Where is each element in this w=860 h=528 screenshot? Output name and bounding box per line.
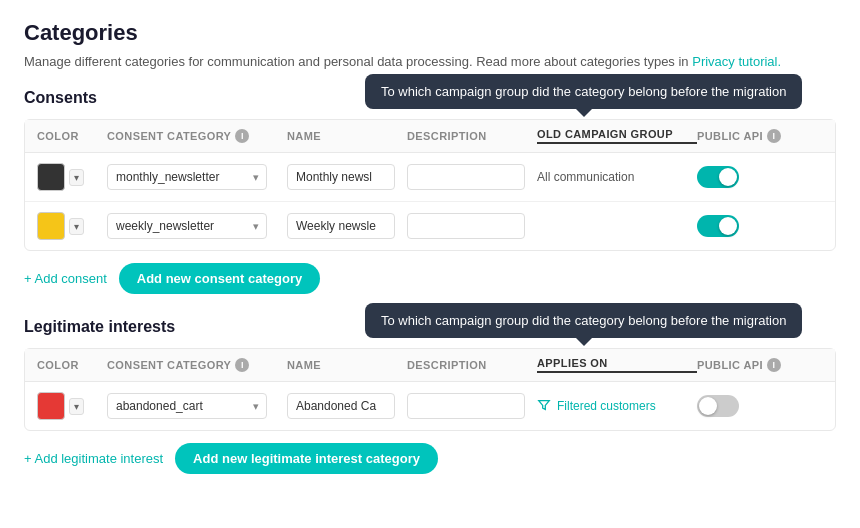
th-old-campaign-group: OLD CAMPAIGN GROUP (537, 128, 697, 144)
li-public-api-toggle-1[interactable] (697, 395, 787, 417)
add-consent-link[interactable]: + Add consent (24, 271, 107, 286)
color-cell-2: ▾ (37, 212, 107, 240)
th-public-api-li: PUBLIC API i (697, 357, 787, 373)
privacy-tutorial-link[interactable]: Privacy tutorial. (692, 54, 781, 69)
page-description: Manage different categories for communic… (24, 54, 836, 69)
consents-row-2: ▾ weekly_newsletter (25, 202, 835, 250)
li-category-select-1-wrapper: abandoned_cart (107, 393, 267, 419)
li-color-swatch-1[interactable] (37, 392, 65, 420)
th-applies-on: APPLIES ON (537, 357, 697, 373)
consents-row-1: ▾ monthly_newsletter All communication (25, 153, 835, 202)
name-input-2[interactable] (287, 213, 395, 239)
li-category-select-1[interactable]: abandoned_cart (107, 393, 267, 419)
li-footer-actions: + Add legitimate interest Add new legiti… (24, 443, 836, 474)
category-select-wrapper-2: weekly_newsletter (107, 213, 287, 239)
category-select-2-wrapper: weekly_newsletter (107, 213, 267, 239)
applies-on-cell-1: Filtered customers (537, 398, 697, 415)
consent-category-info-icon-li[interactable]: i (235, 358, 249, 372)
legitimate-interests-tooltip: To which campaign group did the category… (365, 303, 802, 338)
toggle-1[interactable] (697, 166, 739, 188)
color-dropdown-btn-1[interactable]: ▾ (69, 169, 84, 186)
desc-input-wrapper-2 (407, 213, 537, 239)
consents-tooltip: To which campaign group did the category… (365, 74, 802, 109)
add-consent-button[interactable]: Add new consent category (119, 263, 320, 294)
li-category-select-wrapper-1: abandoned_cart (107, 393, 287, 419)
li-name-input-1[interactable] (287, 393, 395, 419)
color-dropdown-btn-2[interactable]: ▾ (69, 218, 84, 235)
page-title: Categories (24, 20, 836, 46)
consents-table-header: COLOR CONSENT CATEGORY i NAME DESCRIPTIO… (25, 120, 835, 153)
add-li-link[interactable]: + Add legitimate interest (24, 451, 163, 466)
name-input-wrapper-2 (287, 213, 407, 239)
name-input-1[interactable] (287, 164, 395, 190)
th-consent-category-li: CONSENT CATEGORY i (107, 357, 287, 373)
th-color-consents: COLOR (37, 128, 107, 144)
desc-input-2[interactable] (407, 213, 525, 239)
name-input-wrapper-1 (287, 164, 407, 190)
desc-input-1[interactable] (407, 164, 525, 190)
li-color-dropdown-btn-1[interactable]: ▾ (69, 398, 84, 415)
legitimate-interests-table-header: COLOR CONSENT CATEGORY i NAME DESCRIPTIO… (25, 349, 835, 382)
li-toggle-1[interactable] (697, 395, 739, 417)
legitimate-interests-section: Legitimate interests To which campaign g… (24, 318, 836, 474)
li-desc-input-1[interactable] (407, 393, 525, 419)
th-description-li: DESCRIPTION (407, 357, 537, 373)
li-name-input-wrapper-1 (287, 393, 407, 419)
category-select-wrapper-1: monthly_newsletter (107, 164, 287, 190)
old-campaign-group-1: All communication (537, 170, 697, 184)
consents-table: To which campaign group did the category… (24, 119, 836, 251)
desc-input-wrapper-1 (407, 164, 537, 190)
th-consent-category-consents: CONSENT CATEGORY i (107, 128, 287, 144)
public-api-toggle-2[interactable] (697, 215, 787, 237)
public-api-info-icon-consents[interactable]: i (767, 129, 781, 143)
li-desc-input-wrapper-1 (407, 393, 537, 419)
public-api-info-icon-li[interactable]: i (767, 358, 781, 372)
toggle-2[interactable] (697, 215, 739, 237)
applies-on-text-1[interactable]: Filtered customers (557, 399, 656, 413)
category-select-2[interactable]: weekly_newsletter (107, 213, 267, 239)
public-api-toggle-1[interactable] (697, 166, 787, 188)
color-cell-1: ▾ (37, 163, 107, 191)
category-select-1-wrapper: monthly_newsletter (107, 164, 267, 190)
category-select-1[interactable]: monthly_newsletter (107, 164, 267, 190)
color-swatch-1[interactable] (37, 163, 65, 191)
color-swatch-2[interactable] (37, 212, 65, 240)
th-public-api-consents: PUBLIC API i (697, 128, 787, 144)
li-row-1: ▾ abandoned_cart (25, 382, 835, 430)
th-description-consents: DESCRIPTION (407, 128, 537, 144)
add-li-button[interactable]: Add new legitimate interest category (175, 443, 438, 474)
th-name-li: NAME (287, 357, 407, 373)
th-name-consents: NAME (287, 128, 407, 144)
consents-section: Consents To which campaign group did the… (24, 89, 836, 294)
th-color-li: COLOR (37, 357, 107, 373)
consents-footer-actions: + Add consent Add new consent category (24, 263, 836, 294)
legitimate-interests-table: To which campaign group did the category… (24, 348, 836, 431)
filter-icon-1 (537, 398, 551, 415)
li-color-cell-1: ▾ (37, 392, 107, 420)
consent-category-info-icon[interactable]: i (235, 129, 249, 143)
